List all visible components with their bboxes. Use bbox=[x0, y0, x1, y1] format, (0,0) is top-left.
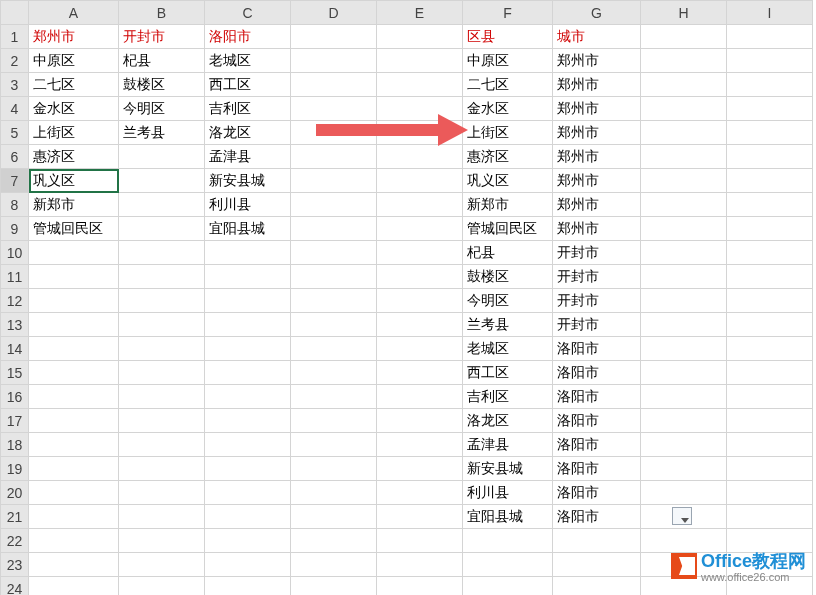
cell-G8[interactable]: 郑州市 bbox=[553, 193, 641, 217]
cell-G15[interactable]: 洛阳市 bbox=[553, 361, 641, 385]
cell-A16[interactable] bbox=[29, 385, 119, 409]
cell-E17[interactable] bbox=[377, 409, 463, 433]
cell-C3[interactable]: 西工区 bbox=[205, 73, 291, 97]
cell-H14[interactable] bbox=[641, 337, 727, 361]
cell-I7[interactable] bbox=[727, 169, 813, 193]
cell-F19[interactable]: 新安县城 bbox=[463, 457, 553, 481]
row-header-22[interactable]: 22 bbox=[1, 529, 29, 553]
cell-D2[interactable] bbox=[291, 49, 377, 73]
cell-C16[interactable] bbox=[205, 385, 291, 409]
cell-F17[interactable]: 洛龙区 bbox=[463, 409, 553, 433]
cell-F23[interactable] bbox=[463, 553, 553, 577]
cell-B1[interactable]: 开封市 bbox=[119, 25, 205, 49]
cell-D9[interactable] bbox=[291, 217, 377, 241]
cell-A21[interactable] bbox=[29, 505, 119, 529]
cell-B18[interactable] bbox=[119, 433, 205, 457]
cell-D21[interactable] bbox=[291, 505, 377, 529]
cell-C23[interactable] bbox=[205, 553, 291, 577]
cell-I19[interactable] bbox=[727, 457, 813, 481]
cell-B3[interactable]: 鼓楼区 bbox=[119, 73, 205, 97]
cell-A13[interactable] bbox=[29, 313, 119, 337]
cell-E9[interactable] bbox=[377, 217, 463, 241]
cell-I9[interactable] bbox=[727, 217, 813, 241]
cell-E6[interactable] bbox=[377, 145, 463, 169]
row-header-11[interactable]: 11 bbox=[1, 265, 29, 289]
cell-E5[interactable] bbox=[377, 121, 463, 145]
cell-G20[interactable]: 洛阳市 bbox=[553, 481, 641, 505]
cell-F20[interactable]: 利川县 bbox=[463, 481, 553, 505]
cell-I17[interactable] bbox=[727, 409, 813, 433]
cell-D12[interactable] bbox=[291, 289, 377, 313]
cell-B12[interactable] bbox=[119, 289, 205, 313]
cell-D16[interactable] bbox=[291, 385, 377, 409]
cell-I2[interactable] bbox=[727, 49, 813, 73]
cell-D3[interactable] bbox=[291, 73, 377, 97]
row-header-16[interactable]: 16 bbox=[1, 385, 29, 409]
cell-C12[interactable] bbox=[205, 289, 291, 313]
cell-F21[interactable]: 宜阳县城 bbox=[463, 505, 553, 529]
cell-H4[interactable] bbox=[641, 97, 727, 121]
cell-A5[interactable]: 上街区 bbox=[29, 121, 119, 145]
cell-B17[interactable] bbox=[119, 409, 205, 433]
row-header-10[interactable]: 10 bbox=[1, 241, 29, 265]
cell-G9[interactable]: 郑州市 bbox=[553, 217, 641, 241]
cell-G14[interactable]: 洛阳市 bbox=[553, 337, 641, 361]
cell-E21[interactable] bbox=[377, 505, 463, 529]
col-header-B[interactable]: B bbox=[119, 1, 205, 25]
cell-I3[interactable] bbox=[727, 73, 813, 97]
cell-D8[interactable] bbox=[291, 193, 377, 217]
cell-D14[interactable] bbox=[291, 337, 377, 361]
cell-H15[interactable] bbox=[641, 361, 727, 385]
cell-A14[interactable] bbox=[29, 337, 119, 361]
cell-D4[interactable] bbox=[291, 97, 377, 121]
cell-F11[interactable]: 鼓楼区 bbox=[463, 265, 553, 289]
cell-G3[interactable]: 郑州市 bbox=[553, 73, 641, 97]
cell-I6[interactable] bbox=[727, 145, 813, 169]
cell-E23[interactable] bbox=[377, 553, 463, 577]
row-header-23[interactable]: 23 bbox=[1, 553, 29, 577]
cell-G23[interactable] bbox=[553, 553, 641, 577]
spreadsheet-grid[interactable]: ABCDEFGHI 1郑州市开封市洛阳市区县城市2中原区杞县老城区中原区郑州市3… bbox=[0, 0, 813, 595]
cell-C11[interactable] bbox=[205, 265, 291, 289]
cell-H8[interactable] bbox=[641, 193, 727, 217]
cell-F9[interactable]: 管城回民区 bbox=[463, 217, 553, 241]
cell-A11[interactable] bbox=[29, 265, 119, 289]
cell-B15[interactable] bbox=[119, 361, 205, 385]
cell-A17[interactable] bbox=[29, 409, 119, 433]
cell-C17[interactable] bbox=[205, 409, 291, 433]
row-header-20[interactable]: 20 bbox=[1, 481, 29, 505]
cell-A23[interactable] bbox=[29, 553, 119, 577]
cell-E10[interactable] bbox=[377, 241, 463, 265]
cell-B14[interactable] bbox=[119, 337, 205, 361]
cell-B11[interactable] bbox=[119, 265, 205, 289]
cell-G18[interactable]: 洛阳市 bbox=[553, 433, 641, 457]
cell-E14[interactable] bbox=[377, 337, 463, 361]
cell-D20[interactable] bbox=[291, 481, 377, 505]
cell-E12[interactable] bbox=[377, 289, 463, 313]
cell-I16[interactable] bbox=[727, 385, 813, 409]
cell-H7[interactable] bbox=[641, 169, 727, 193]
row-header-1[interactable]: 1 bbox=[1, 25, 29, 49]
cell-D23[interactable] bbox=[291, 553, 377, 577]
col-header-H[interactable]: H bbox=[641, 1, 727, 25]
cell-C21[interactable] bbox=[205, 505, 291, 529]
cell-B13[interactable] bbox=[119, 313, 205, 337]
row-header-3[interactable]: 3 bbox=[1, 73, 29, 97]
cell-H17[interactable] bbox=[641, 409, 727, 433]
row-header-15[interactable]: 15 bbox=[1, 361, 29, 385]
cell-H1[interactable] bbox=[641, 25, 727, 49]
cell-F18[interactable]: 孟津县 bbox=[463, 433, 553, 457]
cell-G2[interactable]: 郑州市 bbox=[553, 49, 641, 73]
row-header-9[interactable]: 9 bbox=[1, 217, 29, 241]
cell-E1[interactable] bbox=[377, 25, 463, 49]
cell-F10[interactable]: 杞县 bbox=[463, 241, 553, 265]
cell-E2[interactable] bbox=[377, 49, 463, 73]
row-header-18[interactable]: 18 bbox=[1, 433, 29, 457]
cell-I13[interactable] bbox=[727, 313, 813, 337]
cell-F6[interactable]: 惠济区 bbox=[463, 145, 553, 169]
cell-B7[interactable] bbox=[119, 169, 205, 193]
cell-C8[interactable]: 利川县 bbox=[205, 193, 291, 217]
cell-D7[interactable] bbox=[291, 169, 377, 193]
cell-F14[interactable]: 老城区 bbox=[463, 337, 553, 361]
cell-C15[interactable] bbox=[205, 361, 291, 385]
